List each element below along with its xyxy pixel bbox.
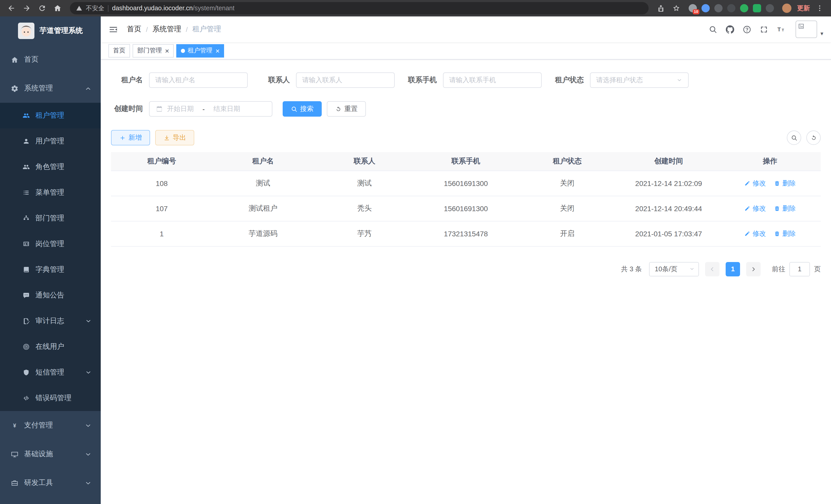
browser-forward-icon[interactable] <box>20 2 34 15</box>
screen: 不安全 dashboard.yudao.iocoder.cn/system/te… <box>0 0 831 504</box>
sidebar-item-5[interactable]: 菜单管理 <box>0 180 101 206</box>
user-avatar <box>796 21 818 38</box>
github-icon[interactable] <box>726 25 735 34</box>
browser-update-button[interactable]: 更新 <box>797 4 810 12</box>
svg-text:T: T <box>782 28 784 32</box>
extension-icon[interactable] <box>766 4 774 12</box>
navbar-tools: TT ▾ <box>709 21 823 38</box>
sidebar-item-12[interactable]: 短信管理 <box>0 360 101 385</box>
page-content: 租户名 请输入租户名 联系人 请输入联系人 联系手机 <box>101 60 831 504</box>
sidebar-item-0[interactable]: 首页 <box>0 45 101 74</box>
tab-label: 首页 <box>113 46 125 55</box>
sidebar-item-7[interactable]: 岗位管理 <box>0 231 101 257</box>
reset-button[interactable]: 重置 <box>327 101 366 117</box>
cell-phone: 17321315478 <box>415 221 517 246</box>
tab-close-icon[interactable]: × <box>165 47 169 54</box>
breadcrumb-home[interactable]: 首页 <box>127 25 141 34</box>
tab-1[interactable]: 部门管理× <box>133 44 174 57</box>
tab-close-icon[interactable]: × <box>215 47 220 54</box>
extension-icon[interactable]: 10 <box>689 4 697 12</box>
user-avatar-dropdown[interactable]: ▾ <box>796 21 823 38</box>
edit-button[interactable]: 修改 <box>744 229 766 238</box>
code-icon <box>23 394 30 402</box>
sidebar-item-11[interactable]: 在线用户 <box>0 334 101 360</box>
next-page-button[interactable] <box>746 262 761 276</box>
app-logo[interactable]: 芋道管理系统 <box>0 17 101 45</box>
extension-icon[interactable] <box>740 4 748 12</box>
date-range-picker[interactable]: 开始日期 - 结束日期 <box>149 101 273 117</box>
extension-icon[interactable] <box>753 4 761 12</box>
online-icon <box>23 343 30 350</box>
page-size-select[interactable]: 10条/页 <box>649 262 699 276</box>
fullscreen-icon[interactable] <box>760 25 769 34</box>
tenant-name-label: 租户名 <box>111 76 143 85</box>
tenant-name-input[interactable]: 请输入租户名 <box>149 72 248 88</box>
trash-icon <box>774 230 780 237</box>
refresh-table-button[interactable] <box>806 130 821 145</box>
browser-menu-icon[interactable] <box>812 2 827 15</box>
toolbar-right <box>787 130 821 145</box>
header-search-icon[interactable] <box>709 25 718 34</box>
toggle-search-button[interactable] <box>787 130 801 145</box>
sidebar-item-9[interactable]: 通知公告 <box>0 283 101 308</box>
add-button[interactable]: 新增 <box>111 130 150 145</box>
export-button[interactable]: 导出 <box>155 130 194 145</box>
prev-page-button[interactable] <box>705 262 719 276</box>
contact-input[interactable]: 请输入联系人 <box>296 72 395 88</box>
column-header: 租户状态 <box>516 152 618 171</box>
browser-reload-icon[interactable] <box>35 2 49 15</box>
share-icon[interactable] <box>654 2 668 15</box>
sidebar-item-10[interactable]: 审计日志 <box>0 308 101 334</box>
address-bar[interactable]: 不安全 dashboard.yudao.iocoder.cn/system/te… <box>70 2 649 14</box>
sidebar-item-16[interactable]: 研发工具 <box>0 469 101 497</box>
sidebar-item-6[interactable]: 部门管理 <box>0 206 101 231</box>
cell-phone: 15601691300 <box>415 171 517 196</box>
bookmark-star-icon[interactable] <box>669 2 684 15</box>
sidebar-item-13[interactable]: 错误码管理 <box>0 385 101 411</box>
font-size-icon[interactable]: TT <box>777 25 785 34</box>
delete-button[interactable]: 删除 <box>774 204 796 213</box>
delete-button[interactable]: 删除 <box>774 179 796 188</box>
tab-label: 租户管理 <box>188 46 212 55</box>
menu-fold-icon[interactable] <box>109 24 118 34</box>
page-unit-label: 页 <box>814 264 821 274</box>
edit-button[interactable]: 修改 <box>744 179 766 188</box>
browser-profile-avatar[interactable] <box>782 4 792 13</box>
start-date-placeholder: 开始日期 <box>167 104 194 114</box>
sidebar-item-15[interactable]: 基础设施 <box>0 440 101 469</box>
cell-actions: 修改删除 <box>719 171 821 196</box>
extension-icon[interactable] <box>714 4 722 12</box>
edit-button[interactable]: 修改 <box>744 204 766 213</box>
tenant-table: 租户编号租户名联系人联系手机租户状态创建时间操作 108测试测试15601691… <box>111 152 821 246</box>
extension-icon[interactable] <box>727 4 736 12</box>
delete-button[interactable]: 删除 <box>774 229 796 238</box>
phone-input[interactable]: 请输入联系手机 <box>443 72 542 88</box>
cell-id: 1 <box>111 221 212 246</box>
sidebar-item-4[interactable]: 角色管理 <box>0 154 101 180</box>
goto-page-input[interactable]: 1 <box>790 262 810 276</box>
browser-back-icon[interactable] <box>4 2 19 15</box>
extension-icon[interactable] <box>701 4 710 12</box>
sidebar-item-3[interactable]: 用户管理 <box>0 128 101 154</box>
tab-2[interactable]: 租户管理× <box>176 44 224 57</box>
sidebar-item-label: 基础设施 <box>24 449 53 459</box>
search-button[interactable]: 搜索 <box>283 101 322 117</box>
insecure-warning-icon[interactable] <box>76 5 82 11</box>
cell-status: 关闭 <box>516 196 618 221</box>
sidebar-item-1[interactable]: 系统管理 <box>0 74 101 103</box>
url-domain: dashboard.yudao.iocoder.cn <box>112 5 193 12</box>
cell-created_at: 2021-01-05 17:03:47 <box>618 221 719 246</box>
browser-home-icon[interactable] <box>50 2 65 15</box>
sidebar-item-8[interactable]: 字典管理 <box>0 257 101 283</box>
sidebar-item-2[interactable]: 租户管理 <box>0 103 101 128</box>
breadcrumb-system[interactable]: 系统管理 <box>152 25 181 34</box>
breadcrumb: 首页 / 系统管理 / 租户管理 <box>127 25 221 34</box>
current-page-button[interactable]: 1 <box>726 262 740 276</box>
cell-contact: 芋艿 <box>314 221 415 246</box>
tab-0[interactable]: 首页 <box>109 44 130 57</box>
help-docs-icon[interactable] <box>743 25 752 34</box>
breadcrumb-separator: / <box>146 25 148 33</box>
status-select[interactable]: 请选择租户状态 <box>590 72 689 88</box>
sidebar-item-14[interactable]: ¥支付管理 <box>0 411 101 440</box>
phone-label: 联系手机 <box>405 76 437 85</box>
